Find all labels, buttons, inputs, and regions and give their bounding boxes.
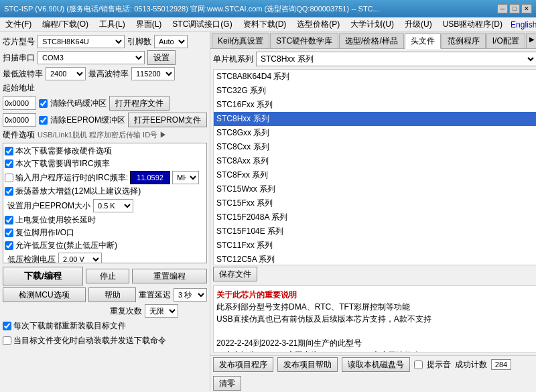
max-baud-select[interactable]: 115200 [131,67,175,80]
english-button[interactable]: English [511,20,536,29]
tab-stclib[interactable]: STC硬件数学库 [270,34,338,48]
auto-load-check[interactable] [3,322,11,330]
tab-header[interactable]: 头文件 [405,34,441,49]
option-check-1[interactable] [5,159,13,168]
prompt-check[interactable] [414,361,423,369]
clear-eeprom-check[interactable] [39,116,48,125]
freq-unit-select[interactable]: MHz [172,171,199,184]
success-label: 成功计数 [455,359,487,371]
eeprom-row: 设置用户EEPROM大小 0.5 K [5,198,205,214]
menu-file[interactable]: 文件(F) [3,18,34,31]
read-disk-button[interactable]: 读取本机磁盘号 [342,357,410,372]
auto-send-check[interactable] [3,336,11,345]
option-check-2[interactable] [5,174,13,182]
detect-button[interactable]: 检测MCU选项 [3,287,86,302]
tab-keil[interactable]: Keil仿真设置 [212,34,269,48]
list-item[interactable]: STC11Fxx 系列 [214,239,536,253]
option-label-3: 振荡器放大增益(12M以上建议选择) [15,186,141,197]
menu-usb[interactable]: USB驱动程序(D) [440,18,505,31]
bottom-btn-row1: 下载/编程 停止 重置编程 [3,267,207,285]
options-scroll[interactable]: 本次下载需要修改硬件选项 本次下载需要调节IRC频率 输入用户程序运行时的IRC… [3,143,207,263]
option-label-1: 本次下载需要调节IRC频率 [15,158,110,170]
chip-row: 芯片型号 STC8H8K64U 引脚数 Auto [3,35,207,48]
list-item[interactable]: STC15F2048A 系列 [214,210,536,224]
chip-select[interactable]: STC8H8K64U [38,35,125,48]
com-select[interactable]: COM3 [38,51,145,64]
freq-input[interactable] [130,171,170,184]
menu-interface[interactable]: 界面(L) [133,18,165,31]
stop-button[interactable]: 停止 [86,269,129,283]
help-button[interactable]: 帮助 [88,287,136,302]
menu-debug[interactable]: STC调试接口(G) [170,18,234,31]
menu-upgrade[interactable]: 升级(U) [402,18,435,31]
info-line2: USB直接仿真也已有前仿版及后续版本芯片支持，A款不支持 [216,313,533,325]
open-prog-button[interactable]: 打开程序文件 [109,96,170,111]
eeprom-select[interactable]: 0.5 K [93,199,133,212]
list-item[interactable]: STC32G 系列 [214,84,536,98]
series-select[interactable]: STC8Hxx 系列 [256,52,536,66]
file-list[interactable]: STC8A8K64D4 系列 STC32G 系列 STC16Fxx 系列 STC… [213,69,536,265]
chip-label: 芯片型号 [3,36,35,48]
main-content: 芯片型号 STC8H8K64U 引脚数 Auto 扫描串口 COM3 设置 最低… [0,32,536,392]
more-check-0[interactable] [5,216,13,224]
list-item[interactable]: STC8Cxx 系列 [214,140,536,154]
list-item[interactable]: STC15Fxx 系列 [214,196,536,210]
list-item[interactable]: STC8A8K64D4 系列 [214,70,536,84]
reprogram-button[interactable]: 重置编程 [132,269,207,283]
retry-select[interactable]: 3 秒 [174,288,207,302]
tab-selection[interactable]: 选型/价格/样品 [339,34,404,48]
menu-selection[interactable]: 选型价格(P) [294,18,342,31]
series-row: 单片机系列 STC8Hxx 系列 [210,49,536,69]
pin-select[interactable]: Auto [154,35,188,48]
tab-arrow[interactable]: ▶ [526,34,536,48]
prompt-label: 提示音 [427,359,451,371]
save-button[interactable]: 保存文件 [213,267,257,281]
addr2-input[interactable] [3,113,36,127]
setting-button[interactable]: 设置 [147,50,176,65]
auto-send-label: 当目标文件变化时自动装载并发送下载命令 [13,335,166,346]
min-baud-select[interactable]: 2400 [46,67,86,80]
more-check-2[interactable] [5,241,13,250]
retry-count-row: 重复次数 无限 [3,304,207,318]
voltage-select[interactable]: 2.00 V [58,253,102,263]
option-check-0[interactable] [5,147,13,155]
close-button[interactable]: ✕ [521,4,532,13]
maximize-button[interactable]: □ [509,4,520,13]
addr1-input[interactable] [3,96,36,110]
list-item[interactable]: STC8Gxx 系列 [214,126,536,140]
clear-code-check[interactable] [39,99,48,108]
hw-row: 硬件选项 USB/Link1脱机 程序加密后传输 ID号 ▶ [3,129,207,141]
menu-download[interactable]: 资料下载(D) [241,18,289,31]
list-item[interactable]: STC16Fxx 系列 [214,98,536,112]
download-button[interactable]: 下载/编程 [3,267,83,285]
more-option-0: 上电复位使用较长延时 [5,214,205,226]
list-item[interactable]: STC15Wxx 系列 [214,182,536,196]
publish-prog-button[interactable]: 发布项目程序 [213,357,273,372]
info-line4: 程序空间为63K，程序固定为1K，EEPROM大小无法修改 [216,349,533,352]
min-baud-label: 最低波特率 [3,68,43,80]
addr1-row: 清除代码缓冲区 打开程序文件 [3,96,207,111]
menu-tools[interactable]: 工具(L) [96,18,128,31]
menu-university[interactable]: 大学计划(U) [348,18,397,31]
tab-example[interactable]: 范例程序 [442,34,486,48]
list-item[interactable]: STC8Fxx 系列 [214,168,536,182]
retry-count-select[interactable]: 无限 [145,304,178,318]
option-check-3[interactable] [5,187,13,196]
publish-help-button[interactable]: 发布项目帮助 [277,357,338,372]
more-check-1[interactable] [5,228,13,237]
clear-count-button[interactable]: 清零 [213,376,241,391]
minimize-button[interactable]: ─ [497,4,508,13]
list-item-selected[interactable]: STC8Hxx 系列 [214,112,536,126]
list-item[interactable]: STC8Axx 系列 [214,154,536,168]
auto-load-label: 每次下载前都重新装载目标文件 [13,320,126,332]
menu-program[interactable]: 编程/下载(O) [40,18,91,31]
right-panel: Keil仿真设置 STC硬件数学库 选型/价格/样品 头文件 范例程序 I/O配… [210,32,536,392]
list-item[interactable]: STC15F104E 系列 [214,224,536,239]
success-count: 284 [491,359,511,370]
save-row: 保存文件 [210,265,536,283]
list-item[interactable]: STC12C5A 系列 [214,253,536,265]
tabs-row: Keil仿真设置 STC硬件数学库 选型/价格/样品 头文件 范例程序 I/O配… [210,32,536,49]
open-eeprom-button[interactable]: 打开EEPROM文件 [128,113,207,127]
tab-io[interactable]: I/O配置 [486,34,525,48]
max-baud-label: 最高波特率 [88,68,129,80]
